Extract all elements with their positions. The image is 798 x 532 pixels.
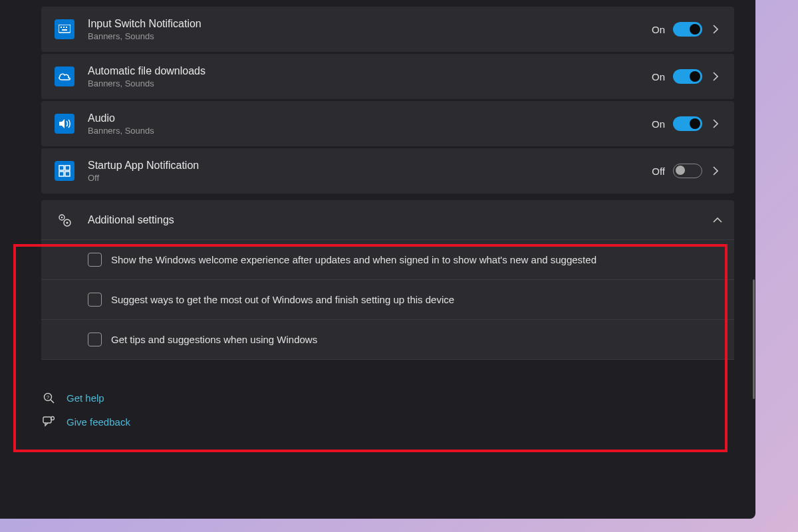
checkbox-row-tips-suggestions[interactable]: Get tips and suggestions when using Wind… bbox=[41, 320, 734, 360]
get-help-link[interactable]: ? Get help bbox=[41, 392, 755, 404]
give-feedback-label: Give feedback bbox=[66, 416, 130, 428]
help-icon: ? bbox=[41, 392, 56, 404]
toggle-state-label: On bbox=[652, 71, 665, 82]
svg-rect-4 bbox=[62, 29, 67, 31]
toggle-state-label: Off bbox=[652, 166, 665, 177]
svg-rect-2 bbox=[63, 27, 65, 28]
row-title: Input Switch Notification bbox=[88, 18, 652, 30]
svg-rect-8 bbox=[65, 172, 70, 176]
row-texts: Automatic file downloads Banners, Sounds bbox=[88, 65, 652, 88]
notification-row-startup-app[interactable]: Startup App Notification Off Off bbox=[41, 148, 734, 194]
row-title: Audio bbox=[88, 112, 652, 124]
grid-icon bbox=[55, 161, 74, 181]
svg-rect-3 bbox=[66, 27, 67, 28]
toggle-state-label: On bbox=[652, 24, 665, 35]
row-subtitle: Banners, Sounds bbox=[88, 78, 652, 88]
svg-rect-5 bbox=[59, 166, 64, 170]
svg-rect-0 bbox=[59, 25, 70, 33]
row-texts: Audio Banners, Sounds bbox=[88, 112, 652, 136]
chevron-right-icon[interactable] bbox=[713, 25, 722, 34]
settings-panel: Input Switch Notification Banners, Sound… bbox=[0, 0, 755, 519]
checkbox[interactable] bbox=[88, 332, 102, 346]
checkbox-row-suggest-ways[interactable]: Suggest ways to get the most out of Wind… bbox=[41, 280, 734, 320]
toggle-switch[interactable] bbox=[673, 22, 702, 37]
settings-content: Input Switch Notification Banners, Sound… bbox=[0, 0, 755, 428]
svg-point-10 bbox=[61, 216, 63, 217]
additional-settings-header[interactable]: Additional settings bbox=[41, 200, 734, 240]
gears-icon bbox=[55, 210, 74, 230]
row-subtitle: Banners, Sounds bbox=[88, 126, 652, 136]
chevron-right-icon[interactable] bbox=[713, 72, 722, 81]
checkbox-label: Show the Windows welcome experience afte… bbox=[111, 254, 597, 265]
feedback-icon bbox=[41, 416, 56, 428]
notification-row-audio[interactable]: Audio Banners, Sounds On bbox=[41, 101, 734, 146]
checkbox-label: Get tips and suggestions when using Wind… bbox=[111, 334, 317, 345]
toggle-switch[interactable] bbox=[673, 69, 702, 84]
row-title: Startup App Notification bbox=[88, 160, 652, 172]
svg-rect-1 bbox=[61, 27, 62, 28]
checkbox-label: Suggest ways to get the most out of Wind… bbox=[111, 294, 454, 305]
notification-row-auto-downloads[interactable]: Automatic file downloads Banners, Sounds… bbox=[41, 54, 734, 99]
toggle-switch[interactable] bbox=[673, 164, 702, 178]
additional-settings-title: Additional settings bbox=[88, 214, 713, 226]
scrollbar-thumb[interactable] bbox=[753, 279, 755, 399]
row-subtitle: Off bbox=[88, 173, 652, 183]
give-feedback-link[interactable]: Give feedback bbox=[41, 416, 755, 428]
checkbox-row-welcome-experience[interactable]: Show the Windows welcome experience afte… bbox=[41, 240, 734, 280]
row-texts: Startup App Notification Off bbox=[88, 160, 652, 183]
checkbox[interactable] bbox=[88, 293, 102, 307]
chevron-right-icon[interactable] bbox=[713, 166, 722, 176]
notification-row-input-switch[interactable]: Input Switch Notification Banners, Sound… bbox=[41, 7, 734, 52]
svg-rect-7 bbox=[59, 172, 64, 176]
row-subtitle: Banners, Sounds bbox=[88, 31, 652, 41]
svg-point-12 bbox=[66, 221, 68, 223]
row-title: Automatic file downloads bbox=[88, 65, 652, 77]
toggle-switch[interactable] bbox=[673, 116, 702, 131]
row-texts: Input Switch Notification Banners, Sound… bbox=[88, 18, 652, 41]
keyboard-icon bbox=[55, 19, 74, 39]
cloud-icon bbox=[55, 66, 74, 86]
svg-text:?: ? bbox=[47, 394, 50, 400]
svg-rect-6 bbox=[65, 166, 70, 170]
chevron-right-icon[interactable] bbox=[713, 119, 722, 128]
checkbox[interactable] bbox=[88, 253, 102, 267]
toggle-state-label: On bbox=[652, 118, 665, 130]
speaker-icon bbox=[55, 114, 74, 134]
chevron-up-icon[interactable] bbox=[713, 217, 722, 223]
get-help-label: Get help bbox=[66, 392, 104, 404]
footer-links: ? Get help Give feedback bbox=[41, 392, 755, 428]
svg-rect-15 bbox=[43, 417, 51, 423]
